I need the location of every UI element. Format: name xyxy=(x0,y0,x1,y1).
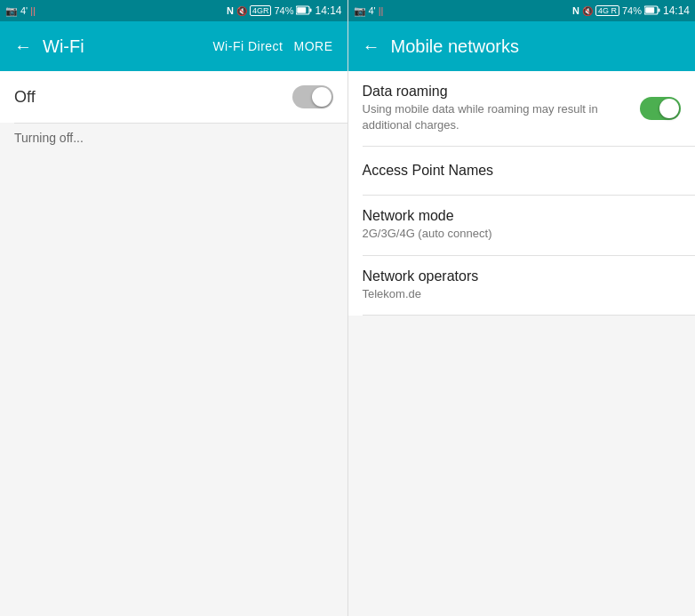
camera-icon-mobile: 📷 xyxy=(354,5,366,17)
battery-percent: 74% xyxy=(274,5,293,16)
wifi-toggle-row[interactable]: Off xyxy=(0,71,348,123)
svg-rect-2 xyxy=(298,7,307,13)
n-icon: N xyxy=(227,5,234,16)
wifi-content: Off Turning off... xyxy=(0,71,348,616)
status-left-mobile: 📷 4' || xyxy=(354,5,384,17)
mobile-empty-area xyxy=(348,316,696,616)
data-roaming-knob xyxy=(659,99,679,118)
time-mobile: 14:14 xyxy=(663,4,690,17)
wifi-empty-area xyxy=(0,159,348,616)
mute-icon: 🔇 xyxy=(236,6,247,16)
network-mode-subtitle: 2G/3G/4G (auto connect) xyxy=(363,226,682,242)
access-point-names-row[interactable]: Access Point Names xyxy=(348,147,696,195)
network-mode-row[interactable]: Network mode 2G/3G/4G (auto connect) xyxy=(348,196,696,254)
lte-badge: 4GR xyxy=(250,5,272,16)
toggle-knob xyxy=(312,87,332,107)
network-operators-subtitle: Telekom.de xyxy=(363,286,682,302)
mobile-toolbar: ← Mobile networks xyxy=(348,21,696,71)
wifi-direct-button[interactable]: Wi-Fi Direct xyxy=(212,39,283,53)
wifi-more-button[interactable]: MORE xyxy=(294,39,333,53)
signal-bars-mobile: || xyxy=(379,5,384,16)
signal-number: 4' xyxy=(20,5,28,16)
wifi-off-label: Off xyxy=(14,88,36,107)
turning-off-message: Turning off... xyxy=(0,124,348,159)
access-point-names-title: Access Point Names xyxy=(363,163,682,179)
wifi-toggle-switch[interactable] xyxy=(292,85,333,108)
svg-rect-4 xyxy=(658,8,659,12)
svg-rect-1 xyxy=(310,8,312,12)
mobile-content: Data roaming Using mobile data while roa… xyxy=(348,71,696,616)
battery-icon xyxy=(296,5,312,17)
svg-rect-5 xyxy=(645,7,654,13)
camera-icon: 📷 xyxy=(5,5,18,17)
mute-icon-mobile: 🔇 xyxy=(582,6,593,16)
battery-icon-mobile xyxy=(644,5,660,17)
status-bar-mobile: 📷 4' || N 🔇 4G R 74% 14:14 xyxy=(348,0,696,21)
data-roaming-row[interactable]: Data roaming Using mobile data while roa… xyxy=(348,71,696,146)
lte-badge-mobile: 4G R xyxy=(595,5,619,16)
status-bar-wifi: 📷 4' || N 🔇 4GR 74% 14:14 xyxy=(0,0,348,21)
wifi-title: Wi-Fi xyxy=(43,36,202,57)
wifi-toolbar: ← Wi-Fi Wi-Fi Direct MORE xyxy=(0,21,348,71)
time-wifi: 14:14 xyxy=(315,4,341,17)
n-icon-mobile: N xyxy=(572,5,579,16)
status-right-wifi: N 🔇 4GR 74% 14:14 xyxy=(227,4,342,17)
mobile-back-button[interactable]: ← xyxy=(363,36,380,57)
data-roaming-subtitle: Using mobile data while roaming may resu… xyxy=(363,101,641,133)
wifi-back-button[interactable]: ← xyxy=(14,36,32,57)
data-roaming-text: Data roaming Using mobile data while roa… xyxy=(363,84,641,133)
status-right-mobile: N 🔇 4G R 74% 14:14 xyxy=(572,4,690,17)
wifi-panel: 📷 4' || N 🔇 4GR 74% 14:14 ← Wi-Fi Wi-Fi … xyxy=(0,0,348,616)
data-roaming-title: Data roaming xyxy=(363,84,641,100)
network-operators-title: Network operators xyxy=(363,268,682,284)
battery-percent-mobile: 74% xyxy=(622,5,642,16)
mobile-title: Mobile networks xyxy=(391,36,682,57)
mobile-panel: 📷 4' || N 🔇 4G R 74% 14:14 ← Mobile netw… xyxy=(348,0,696,616)
network-mode-text: Network mode 2G/3G/4G (auto connect) xyxy=(363,208,682,242)
status-left-wifi: 📷 4' || xyxy=(5,5,36,17)
data-roaming-toggle[interactable] xyxy=(640,97,681,120)
signal-number-mobile: 4' xyxy=(369,5,376,16)
signal-bars: || xyxy=(30,5,36,16)
network-operators-text: Network operators Telekom.de xyxy=(363,268,682,302)
network-operators-row[interactable]: Network operators Telekom.de xyxy=(348,256,696,315)
network-mode-title: Network mode xyxy=(363,208,682,224)
